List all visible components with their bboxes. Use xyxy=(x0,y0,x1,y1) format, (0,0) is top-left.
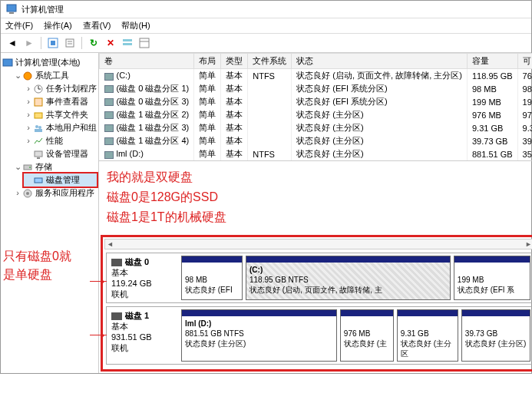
view-list-button[interactable] xyxy=(121,36,134,50)
svg-point-18 xyxy=(35,125,38,128)
col-type[interactable]: 类型 xyxy=(221,54,248,69)
table-row[interactable]: (磁盘 0 磁盘分区 1)简单基本状态良好 (EFI 系统分区)98 MB98 xyxy=(100,82,533,95)
menubar: 文件(F) 操作(A) 查看(V) 帮助(H) xyxy=(1,18,531,34)
props-button[interactable] xyxy=(63,36,77,50)
table-row[interactable]: (磁盘 1 磁盘分区 4)简单基本状态良好 (主分区)39.73 GB39 xyxy=(100,134,533,147)
disk1-part3[interactable]: 9.31 GB状态良好 (主分区 xyxy=(397,309,458,362)
table-row[interactable]: (磁盘 1 磁盘分区 3)简单基本状态良好 (主分区)9.31 GB9.3 xyxy=(100,121,533,134)
tree-task-scheduler[interactable]: ›任务计划程序 xyxy=(24,82,97,95)
col-capacity[interactable]: 容量 xyxy=(467,54,517,69)
menu-view[interactable]: 查看(V) xyxy=(83,20,111,31)
titlebar: 计算机管理 xyxy=(1,1,531,18)
svg-rect-11 xyxy=(3,59,12,66)
back-button[interactable]: ◄ xyxy=(5,36,19,50)
disk1-row[interactable]: 磁盘 1 基本 931.51 GB 联机 lml (D:)881.51 GB N… xyxy=(106,306,532,365)
delete-button[interactable]: ✕ xyxy=(104,36,117,50)
disk1-part2[interactable]: 976 MB状态良好 (主 xyxy=(340,309,394,362)
forward-button[interactable]: ► xyxy=(22,36,36,50)
tree-local-users[interactable]: ›本地用户和组 xyxy=(24,121,97,134)
svg-rect-3 xyxy=(51,41,55,45)
disk1-part1-d[interactable]: lml (D:)881.51 GB NTFS状态良好 (主分区) xyxy=(181,309,337,362)
disk0-part1[interactable]: 98 MB状态良好 (EFI xyxy=(181,256,243,300)
window-title: 计算机管理 xyxy=(21,4,64,15)
refresh-button[interactable]: ↻ xyxy=(87,36,101,50)
disk1-header: 磁盘 1 基本 931.51 GB 联机 xyxy=(107,307,180,364)
toolbar: ◄ ► ↻ ✕ xyxy=(1,34,531,53)
tree-system-tools[interactable]: ⌄系统工具 xyxy=(13,69,97,82)
svg-rect-20 xyxy=(35,129,42,132)
col-status[interactable]: 状态 xyxy=(292,54,468,69)
col-layout[interactable]: 布局 xyxy=(194,54,221,69)
col-volume[interactable]: 卷 xyxy=(100,54,194,69)
tree-device-manager[interactable]: 设备管理器 xyxy=(24,147,97,160)
tree-storage[interactable]: ⌄存储 xyxy=(13,160,97,173)
disk-map: ◄► 磁盘 0 基本 119.24 GB 联机 98 MB状态良好 (EFI (… xyxy=(101,235,532,372)
table-row[interactable]: lml (D:)简单基本NTFS状态良好 (主分区)881.51 GB35 xyxy=(100,147,533,160)
tree-disk-management[interactable]: 磁盘管理 xyxy=(24,173,97,187)
menu-help[interactable]: 帮助(H) xyxy=(121,20,150,31)
arrow-disk0 xyxy=(90,281,107,282)
col-fs[interactable]: 文件系统 xyxy=(248,54,292,69)
svg-rect-1 xyxy=(9,12,14,14)
tree-root[interactable]: 计算机管理(本地) xyxy=(2,56,97,69)
disk0-part3[interactable]: 199 MB状态良好 (EFI 系 xyxy=(454,256,530,300)
disk1-part4[interactable]: 39.73 GB状态良好 (主分区) xyxy=(461,309,530,362)
tree-shared-folders[interactable]: ›共享文件夹 xyxy=(24,108,97,121)
svg-rect-7 xyxy=(123,39,132,41)
svg-point-24 xyxy=(29,167,31,168)
nav-tree[interactable]: 计算机管理(本地) ⌄系统工具 ›任务计划程序 ›事件查看器 ›共享文件夹 ›本… xyxy=(1,53,99,373)
menu-action[interactable]: 操作(A) xyxy=(44,20,72,31)
annotation-left: 只有磁盘0就 是单硬盘 xyxy=(3,247,71,284)
svg-point-27 xyxy=(26,192,29,195)
disk-icon xyxy=(111,312,122,320)
col-free[interactable]: 可 xyxy=(517,54,532,69)
arrow-disk1 xyxy=(90,335,107,335)
view-detail-button[interactable] xyxy=(137,36,151,50)
annotation-main: 我的就是双硬盘 磁盘0是128G的SSD 磁盘1是1T的机械硬盘 xyxy=(99,161,532,233)
svg-rect-9 xyxy=(140,38,149,48)
disk0-header: 磁盘 0 基本 119.24 GB 联机 xyxy=(107,253,180,302)
tree-performance[interactable]: ›性能 xyxy=(24,134,97,147)
svg-rect-16 xyxy=(35,98,42,106)
volume-table[interactable]: 卷 布局 类型 文件系统 状态 容量 可 (C:)简单基本NTFS状态良好 (启… xyxy=(99,53,532,161)
menu-file[interactable]: 文件(F) xyxy=(5,20,33,31)
svg-rect-22 xyxy=(37,157,40,159)
tree-services[interactable]: ›服务和应用程序 xyxy=(13,187,97,200)
table-row[interactable]: (磁盘 0 磁盘分区 3)简单基本状态良好 (EFI 系统分区)199 MB19 xyxy=(100,95,533,108)
svg-point-12 xyxy=(24,72,31,80)
disk0-part2-c[interactable]: (C:)118.95 GB NTFS状态良好 (启动, 页面文件, 故障转储, … xyxy=(246,256,451,300)
disk0-row[interactable]: 磁盘 0 基本 119.24 GB 联机 98 MB状态良好 (EFI (C:)… xyxy=(106,253,532,303)
svg-rect-17 xyxy=(35,113,42,118)
svg-rect-8 xyxy=(123,43,132,45)
svg-point-19 xyxy=(38,126,41,129)
table-row[interactable]: (C:)简单基本NTFS状态良好 (启动, 页面文件, 故障转储, 主分区)11… xyxy=(100,69,533,83)
app-icon xyxy=(5,3,18,15)
svg-rect-4 xyxy=(66,39,74,47)
svg-rect-25 xyxy=(35,178,42,183)
svg-rect-0 xyxy=(7,5,16,12)
disk-icon xyxy=(111,259,122,266)
h-scrollbar[interactable]: ◄► xyxy=(104,239,532,249)
tree-event-viewer[interactable]: ›事件查看器 xyxy=(24,95,97,108)
up-button[interactable] xyxy=(46,36,60,50)
svg-rect-21 xyxy=(35,151,42,157)
table-row[interactable]: (磁盘 1 磁盘分区 2)简单基本状态良好 (主分区)976 MB97 xyxy=(100,108,533,121)
